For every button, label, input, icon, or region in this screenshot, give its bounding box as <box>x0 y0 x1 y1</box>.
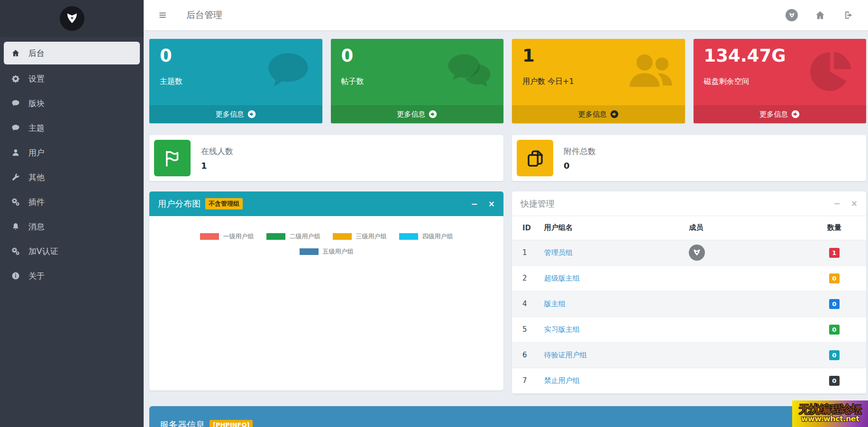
legend-label: 三级用户组 <box>356 232 387 241</box>
sidebar-item[interactable]: 消息 <box>0 214 144 239</box>
group-name-link[interactable]: 禁止用户组 <box>544 376 580 385</box>
phpinfo-badge[interactable]: [PHPINFO] <box>210 420 253 427</box>
user-groups-table: ID 用户组名 成员 数量 1 管理员组 1 <box>512 216 866 394</box>
minimize-icon[interactable]: − <box>471 200 478 208</box>
group-id: 5 <box>512 317 540 342</box>
info-box-text: 附件总数 0 <box>564 146 596 171</box>
sidebar-menu: 后台 设置 版块 主题 用户 其他 插件 消息 <box>0 37 144 288</box>
sidebar-item-label: 其他 <box>28 172 45 183</box>
sidebar-item-label: 插件 <box>28 197 45 208</box>
cogs-icon <box>11 247 22 255</box>
info-box-text: 在线人数 1 <box>201 146 233 171</box>
main-content: 0 主题数 更多信息 0 帖子数 更多信息 1 用户数 今日+1 <box>144 30 868 427</box>
sign-out-icon[interactable] <box>842 9 855 21</box>
comment-icon <box>11 124 22 132</box>
count-badge: 0 <box>829 273 840 283</box>
watermark-url: www.whct.net <box>801 415 859 423</box>
user-icon <box>11 148 22 157</box>
hamburger-menu-icon[interactable] <box>158 11 168 19</box>
col-members: 成员 <box>689 216 802 240</box>
sidebar-item-label: 关于 <box>28 271 45 282</box>
legend-label: 二级用户组 <box>290 232 320 241</box>
sidebar-item-label: 用户 <box>28 147 45 158</box>
group-name-link[interactable]: 版主组 <box>544 300 566 308</box>
table-row: 1 管理员组 1 <box>512 240 866 265</box>
group-id: 1 <box>512 240 540 265</box>
count-badge: 0 <box>829 299 840 309</box>
more-info-label: 更多信息 <box>216 110 244 119</box>
table-row: 2 超级版主组 0 <box>512 265 866 291</box>
brand-mini-logo-icon[interactable] <box>786 9 798 21</box>
copy-icon <box>525 148 545 168</box>
close-icon[interactable]: × <box>851 200 858 208</box>
sidebar-item[interactable]: 其他 <box>0 165 144 190</box>
col-count: 数量 <box>803 216 866 240</box>
sidebar-item[interactable]: 加V认证 <box>0 239 144 263</box>
col-group-name: 用户组名 <box>540 216 689 240</box>
close-icon[interactable]: × <box>488 200 495 208</box>
stat-card: 0 主题数 更多信息 <box>149 39 322 123</box>
table-row: 7 禁止用户组 0 <box>512 368 866 393</box>
watermark-title: 无忧编程论坛 <box>799 404 861 415</box>
sidebar-item[interactable]: 后台 <box>4 42 140 64</box>
legend-item: 五级用户组 <box>300 247 354 256</box>
arrow-icon <box>247 110 256 118</box>
sidebar-item[interactable]: 插件 <box>0 190 144 214</box>
page-title: 后台管理 <box>186 9 222 21</box>
table-row: 5 实习版主组 0 <box>512 317 866 342</box>
panels-row: 用户分布图 不含管理组 − × 一级用户组 二级用户组 三级用户组 <box>149 191 866 394</box>
legend-label: 一级用户组 <box>223 232 254 241</box>
home-icon[interactable] <box>814 9 826 21</box>
member-avatar <box>689 245 705 261</box>
more-info-link[interactable]: 更多信息 <box>694 105 867 123</box>
more-info-link[interactable]: 更多信息 <box>149 105 322 123</box>
sidebar-item[interactable]: 主题 <box>0 116 144 140</box>
stat-card: 134.47G 磁盘剩余空间 更多信息 <box>694 39 867 123</box>
group-name-link[interactable]: 实习版主组 <box>544 325 580 334</box>
sidebar-item-label: 版块 <box>28 98 45 109</box>
cogs-icon <box>11 198 22 206</box>
gear-icon <box>11 74 22 83</box>
chart-panel-badge: 不含管理组 <box>205 198 243 209</box>
home-icon <box>11 49 22 57</box>
group-name-link[interactable]: 超级版主组 <box>544 274 580 282</box>
sidebar-item-label: 加V认证 <box>28 246 58 257</box>
chart-panel-title: 用户分布图 <box>158 198 201 209</box>
group-name-link[interactable]: 管理员组 <box>544 248 573 257</box>
legend-swatch <box>300 248 319 255</box>
quick-panel-title: 快捷管理 <box>521 198 555 209</box>
info-box-label: 附件总数 <box>564 146 596 157</box>
table-row: 4 版主组 0 <box>512 291 866 317</box>
info-box: 在线人数 1 <box>149 135 503 181</box>
legend-swatch <box>399 233 418 240</box>
legend-swatch <box>266 233 285 240</box>
wrench-icon <box>11 173 22 182</box>
more-info-link[interactable]: 更多信息 <box>512 105 685 123</box>
chart-legend: 一级用户组 二级用户组 三级用户组 四级用户组 五级用户组 <box>180 216 474 256</box>
more-info-link[interactable]: 更多信息 <box>331 105 504 123</box>
group-name-link[interactable]: 待验证用户组 <box>544 351 587 359</box>
sidebar-item[interactable]: 设置 <box>0 66 144 91</box>
group-id: 4 <box>512 291 540 317</box>
legend-swatch <box>200 233 219 240</box>
sidebar: 后台 设置 版块 主题 用户 其他 插件 消息 <box>0 0 144 427</box>
info-box-icon-frame <box>154 140 191 176</box>
server-panel-title: 服务器信息 <box>160 419 205 427</box>
legend-label: 五级用户组 <box>323 247 354 256</box>
topbar: 后台管理 <box>144 0 868 30</box>
sidebar-item-label: 设置 <box>28 73 45 84</box>
legend-item: 四级用户组 <box>399 232 453 241</box>
legend-item: 一级用户组 <box>200 232 254 241</box>
flag-icon <box>163 148 183 168</box>
minimize-icon[interactable]: − <box>834 200 841 208</box>
sidebar-item[interactable]: 关于 <box>0 263 144 288</box>
chart-panel-header: 用户分布图 不含管理组 − × <box>149 191 503 216</box>
sidebar-item[interactable]: 版块 <box>0 91 144 116</box>
more-info-label: 更多信息 <box>397 110 425 119</box>
bell-icon <box>11 222 22 231</box>
legend-swatch <box>333 233 352 240</box>
comment-icon <box>265 47 312 95</box>
sidebar-item[interactable]: 用户 <box>0 140 144 165</box>
count-badge: 0 <box>829 350 840 360</box>
legend-label: 四级用户组 <box>422 232 453 241</box>
